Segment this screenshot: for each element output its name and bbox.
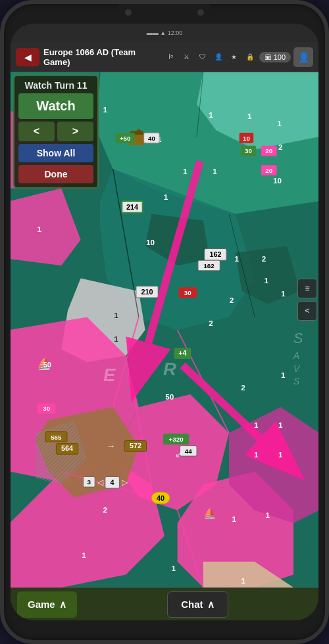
svg-text:1: 1 — [277, 119, 282, 127]
svg-text:◁: ◁ — [97, 478, 104, 486]
svg-text:162: 162 — [203, 262, 215, 269]
chat-chevron-icon: ∧ — [207, 599, 215, 610]
svg-text:2: 2 — [103, 505, 108, 514]
resource-badge: 🏛 100 — [259, 52, 291, 62]
person-icon: 👤 — [212, 51, 225, 64]
svg-text:10: 10 — [243, 135, 250, 142]
camera-right — [197, 9, 204, 16]
svg-text:1: 1 — [82, 551, 86, 559]
profile-button[interactable]: 👤 — [293, 47, 313, 67]
svg-text:40: 40 — [157, 494, 164, 502]
svg-text:1: 1 — [254, 450, 259, 459]
svg-text:1: 1 — [241, 576, 245, 585]
bottom-bar: Game ∧ Chat ∧ — [11, 587, 318, 620]
svg-text:1: 1 — [281, 371, 286, 379]
shield-icon: 🛡 — [196, 51, 209, 64]
svg-text:44: 44 — [185, 448, 192, 455]
svg-text:10: 10 — [146, 238, 155, 246]
svg-text:→: → — [107, 441, 116, 451]
svg-text:1: 1 — [103, 105, 108, 114]
show-all-button[interactable]: Show All — [18, 144, 93, 162]
status-bar: ▬▬ ▲ 12:00 — [11, 24, 318, 42]
svg-text:+50: +50 — [120, 135, 131, 142]
nav-buttons: < > — [18, 122, 93, 141]
svg-rect-34 — [137, 129, 141, 132]
svg-text:1: 1 — [265, 276, 269, 285]
svg-text:2: 2 — [241, 383, 245, 392]
scroll-btn[interactable]: ≡ — [297, 279, 317, 298]
svg-text:1: 1 — [171, 564, 176, 572]
svg-text:↙: ↙ — [175, 449, 183, 459]
phone-notch — [118, 4, 211, 22]
svg-text:4: 4 — [111, 478, 114, 486]
game-button[interactable]: Game ∧ — [17, 591, 77, 618]
svg-text:1: 1 — [281, 289, 286, 298]
map-area[interactable]: ⛵ ⛵ 1 1 1 1 2 1 1 1 1 10 1 — [11, 72, 318, 587]
back-button[interactable]: ◀ — [16, 48, 39, 66]
sword-icon: ⚔ — [180, 51, 193, 64]
game-label: Game — [28, 599, 55, 610]
control-panel: Watch Turn 11 Watch < > Show All Done — [13, 75, 99, 189]
svg-text:50: 50 — [43, 361, 51, 369]
svg-text:564: 564 — [61, 444, 73, 452]
resource-amount: 100 — [274, 53, 286, 61]
phone-frame: ▬▬ ▲ 12:00 ◀ Europe 1066 AD (Team Game) … — [0, 0, 329, 644]
watch-turn-label: Watch Turn 11 — [18, 80, 93, 91]
svg-text:1: 1 — [254, 421, 259, 429]
flag-icon: 🏳 — [164, 51, 178, 64]
svg-text:50: 50 — [165, 392, 174, 401]
profile-icon: 👤 — [298, 52, 309, 62]
svg-text:⛵: ⛵ — [203, 507, 216, 519]
svg-text:572: 572 — [130, 442, 141, 449]
watch-button[interactable]: Watch — [18, 93, 93, 119]
svg-text:565: 565 — [51, 434, 62, 441]
svg-text:30: 30 — [184, 289, 191, 296]
svg-text:30: 30 — [43, 405, 50, 412]
game-header: ◀ Europe 1066 AD (Team Game) 🏳 ⚔ 🛡 👤 ★ 🔒… — [11, 42, 318, 72]
svg-text:20: 20 — [265, 147, 272, 154]
signal-icons: ▬▬ ▲ 12:00 — [147, 30, 182, 36]
svg-text:1: 1 — [232, 515, 237, 523]
svg-text:2: 2 — [262, 254, 266, 263]
svg-text:1: 1 — [114, 334, 118, 343]
svg-text:1: 1 — [278, 421, 283, 429]
screen: ▬▬ ▲ 12:00 ◀ Europe 1066 AD (Team Game) … — [11, 24, 318, 620]
lock-icon: 🔒 — [243, 51, 257, 64]
svg-text:1: 1 — [183, 167, 188, 175]
svg-text:1: 1 — [234, 254, 239, 263]
svg-text:162: 162 — [209, 250, 221, 258]
chevron-left-btn[interactable]: < — [297, 301, 317, 321]
menu-icon: ≡ — [305, 284, 309, 293]
svg-text:1: 1 — [266, 511, 270, 519]
chat-label: Chat — [181, 599, 203, 610]
svg-text:A: A — [293, 351, 299, 361]
chevron-left-icon: < — [305, 306, 309, 315]
svg-text:E: E — [103, 365, 116, 385]
svg-text:214: 214 — [126, 203, 138, 211]
svg-text:30: 30 — [245, 147, 252, 154]
svg-text:10: 10 — [273, 176, 282, 185]
svg-text:1: 1 — [278, 450, 283, 459]
nav-left-button[interactable]: < — [18, 122, 55, 141]
done-button[interactable]: Done — [18, 165, 93, 183]
svg-text:+4: +4 — [178, 349, 186, 357]
svg-text:S: S — [293, 330, 303, 346]
star-icon: ★ — [228, 51, 241, 64]
right-panel: ≡ < — [297, 279, 317, 321]
svg-text:1: 1 — [164, 193, 168, 201]
svg-text:2: 2 — [278, 143, 283, 151]
svg-text:1: 1 — [38, 225, 42, 233]
svg-text:20: 20 — [265, 167, 272, 174]
temple-icon: 🏛 — [265, 53, 272, 61]
back-icon: ◀ — [24, 52, 32, 62]
svg-text:3: 3 — [88, 478, 91, 486]
svg-text:40: 40 — [148, 135, 155, 142]
header-icons: 🏳 ⚔ 🛡 👤 ★ 🔒 🏛 100 👤 — [164, 47, 313, 67]
svg-text:+320: +320 — [169, 436, 184, 443]
svg-text:▷: ▷ — [122, 478, 128, 486]
chat-button[interactable]: Chat ∧ — [167, 591, 228, 618]
svg-text:1: 1 — [213, 167, 217, 175]
nav-right-button[interactable]: > — [57, 122, 93, 141]
game-chevron-icon: ∧ — [59, 599, 66, 610]
svg-text:1: 1 — [209, 110, 213, 119]
